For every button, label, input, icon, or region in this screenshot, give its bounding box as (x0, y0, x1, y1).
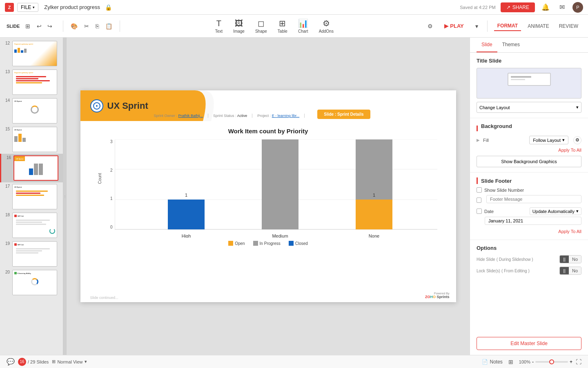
slide-body: Work Item count by Priority 3 2 1 0 Coun… (80, 121, 456, 290)
toggle-no-2[interactable]: No (569, 267, 581, 274)
fill-select[interactable]: Follow Layout ▾ (529, 136, 568, 144)
notifications-button[interactable]: 🔔 (540, 2, 551, 13)
list-item[interactable]: 19 WIT 1.A (0, 240, 63, 268)
apply-to-all-link[interactable]: Apply To All (477, 148, 581, 153)
layout-preview (477, 68, 581, 99)
messages-button[interactable]: ✉ (556, 2, 568, 13)
legend-open-label: Open (235, 241, 245, 246)
play-icon: ▶ (444, 23, 448, 29)
list-item[interactable]: 20 E-learning Ability (0, 268, 63, 297)
date-auto-select[interactable]: Update Automatically ▾ (530, 207, 581, 215)
file-menu-button[interactable]: Z FILE ▾ (17, 3, 38, 12)
hide-slide-row: Hide Slide ( During Slideshow ) || No (477, 255, 581, 263)
view-mode-button[interactable]: ⊞ Normal View ▾ (52, 359, 87, 364)
slide-thumbnail: E-learning Ability (12, 270, 57, 295)
paste-button[interactable]: 📋 (103, 21, 115, 31)
list-item[interactable]: 14 UX Sprint (0, 96, 63, 125)
document-title: Zylker product progress (44, 4, 100, 10)
list-item[interactable]: 17 UX Sprint (0, 182, 63, 211)
image-tool[interactable]: 🖼 Image (228, 17, 249, 35)
undo-button[interactable]: ↩ (34, 21, 44, 31)
date-checkbox[interactable] (477, 209, 482, 214)
zoom-slider[interactable] (535, 361, 568, 363)
grid-view-button[interactable]: ⊞ (506, 357, 516, 367)
slide-number-display: 16 / 29 Slides (18, 358, 49, 366)
history-group: ↩ ↪ (34, 21, 55, 31)
chart-legend: Open In Progress Closed (90, 241, 446, 246)
settings-button[interactable]: ⚙ (425, 21, 435, 31)
tab-slide[interactable]: Slide (477, 38, 497, 52)
tab-format[interactable]: FORMAT (494, 21, 521, 31)
svg-rect-10 (511, 79, 525, 80)
notes-button[interactable]: 📄 Notes (482, 359, 502, 365)
fullscreen-button[interactable]: ⛶ (576, 359, 581, 365)
image-label: Image (233, 29, 245, 34)
slide-menu-button[interactable]: ⊞ (23, 21, 33, 31)
zoom-thumb (549, 359, 554, 364)
list-item[interactable]: 13 Segment gateway sprint (0, 68, 63, 96)
topbar-right: Saved at 4:22 PM ↗ SHARE 🔔 ✉ P (460, 2, 583, 13)
text-tool[interactable]: T Text (210, 17, 227, 35)
footer-message-checkbox[interactable] (477, 197, 481, 203)
redo-button[interactable]: ↪ (45, 21, 55, 31)
powered-by-label: Powered By (425, 292, 450, 295)
show-background-graphics-button[interactable]: Show Background Graphics (477, 156, 581, 167)
list-item[interactable]: 18 WIT 1.A (0, 211, 63, 240)
apply-to-all-footer-link[interactable]: Apply To All (558, 229, 581, 234)
show-slide-number-checkbox[interactable] (477, 187, 482, 193)
list-item[interactable]: 16 UX Sprint (0, 154, 63, 182)
list-item[interactable]: 15 UX Sprint (0, 125, 63, 154)
play-dropdown-button[interactable]: ▾ (473, 21, 481, 31)
tab-themes[interactable]: Themes (497, 38, 525, 52)
image-icon: 🖼 (235, 19, 243, 28)
y-label-3: 3 (110, 139, 113, 144)
fill-value: Follow Layout (533, 138, 561, 143)
chat-icon[interactable]: 💬 (7, 358, 15, 366)
play-button[interactable]: ▶ PLAY (439, 21, 469, 31)
zoom-in-button[interactable]: + (570, 359, 572, 365)
panel-resize-handle[interactable]: ⋮ (63, 38, 67, 355)
canvas-area[interactable]: UX Sprint Sprint Owner : Prathik Bathij.… (67, 38, 470, 355)
edit-master-slide-button[interactable]: Edit Master Slide (477, 337, 581, 350)
legend-closed-color (289, 241, 294, 246)
slide-number: 18 (3, 213, 10, 217)
hide-slide-toggle[interactable]: || No (559, 255, 581, 263)
copy-button[interactable]: ⎘ (93, 21, 101, 31)
fill-settings-button[interactable]: ⚙ (573, 136, 581, 144)
toolbar-divider-2 (120, 20, 120, 32)
bar-high-label: 1 (185, 193, 187, 197)
footer-message-input[interactable] (486, 195, 581, 203)
shape-tool[interactable]: ◻ Shape (250, 17, 272, 35)
play-label: PLAY (450, 23, 463, 29)
sprint-details-button[interactable]: Slide : Sprint Details (317, 110, 370, 119)
slide-meta: Sprint Owner : Prathik Bathij... Sprint … (154, 114, 370, 118)
avatar[interactable]: P (572, 2, 583, 13)
date-value[interactable]: January 11, 2021 (485, 217, 581, 225)
toggle-no[interactable]: No (569, 256, 581, 263)
tab-review[interactable]: REVIEW (556, 22, 581, 31)
zoom-out-button[interactable]: - (532, 359, 534, 365)
tab-animate[interactable]: ANIMATE (524, 22, 552, 31)
sprint-status-item: Sprint Status : Active (208, 114, 252, 118)
slide-thumbnail: UX Sprint (12, 184, 57, 209)
chart-tool[interactable]: 📊 Chart (293, 17, 313, 35)
toggle-pause[interactable]: || (560, 256, 569, 263)
addons-tool[interactable]: ⚙ AddOns (314, 17, 339, 35)
table-tool[interactable]: ⊞ Table (273, 17, 292, 35)
zoho-sprints-brand: ZOHO Sprints (425, 295, 450, 299)
share-button[interactable]: ↗ SHARE (501, 2, 535, 12)
cut-button[interactable]: ✂ (82, 21, 91, 31)
fill-expand-icon[interactable]: ▶ (477, 138, 480, 142)
slide-number: 14 (3, 98, 10, 103)
list-item[interactable]: 12 Segment gateway sprint (0, 39, 63, 68)
spacer (470, 283, 588, 332)
change-layout-button[interactable]: Change Layout ▾ (477, 102, 581, 113)
y-axis: 3 2 1 0 (102, 139, 113, 229)
bar-none-inprogress (356, 139, 392, 200)
slide-thumbnail: Segment gateway sprint (12, 41, 57, 66)
toggle-pause-2[interactable]: || (560, 267, 569, 274)
paint-format-button[interactable]: 🎨 (68, 21, 80, 31)
legend-closed-label: Closed (295, 241, 308, 246)
lock-slides-toggle[interactable]: || No (559, 267, 581, 275)
slide-list: 12 Segment gateway sprint 13 Segment gat… (0, 38, 63, 355)
